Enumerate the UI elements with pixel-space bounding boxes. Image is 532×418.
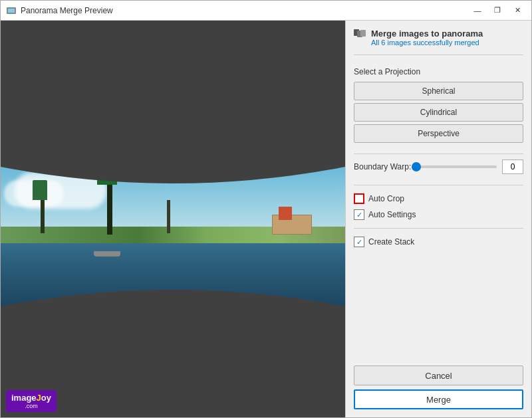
roof [279,207,292,220]
create-stack-checkbox[interactable]: ✓ [354,237,364,247]
slider-thumb[interactable] [412,162,421,171]
projection-buttons-group: Spherical Cylindrical Perspective [354,82,523,143]
divider-2 [354,154,523,154]
create-stack-label: Create Stack [368,237,414,247]
title-bar: Panorama Merge Preview — ❐ ✕ [1,1,531,21]
cancel-button[interactable]: Cancel [354,366,523,385]
divider-3 [354,185,523,185]
merge-subtitle: All 6 images successfully merged [371,39,483,47]
auto-settings-check: ✓ [356,211,362,219]
divider-1 [354,54,523,55]
boundary-warp-value: 0 [502,159,523,174]
windmill-1-top [33,180,47,200]
auto-crop-checkbox[interactable] [354,193,364,204]
title-bar-controls: — ❐ ✕ [469,3,526,18]
divider-4 [354,228,523,229]
merge-button[interactable]: Merge [354,389,523,409]
merge-images-icon [354,29,366,39]
preview-top-dark [1,21,345,167]
windmill-2-top [97,167,117,185]
auto-settings-row: ✓ Auto Settings [354,209,523,220]
logo: imageJoy .com [11,393,51,409]
logo-text: imageJoy [11,393,51,403]
select-projection-label: Select a Projection [354,67,523,76]
merge-icon [354,29,366,41]
buildings [272,215,312,235]
spherical-button[interactable]: Spherical [354,82,523,100]
boundary-warp-row: Boundary Warp: 0 [354,159,523,174]
minimize-button[interactable]: — [469,3,486,18]
svg-rect-4 [360,30,366,37]
content-area: imageJoy .com Merge images [1,21,531,417]
auto-crop-label: Auto Crop [368,194,404,203]
perspective-button[interactable]: Perspective [354,124,523,143]
logo-sub: .com [11,403,51,409]
right-panel: Merge images to panorama All 6 images su… [345,21,531,417]
auto-settings-label: Auto Settings [368,210,416,219]
boundary-warp-label: Boundary Warp: [354,162,411,171]
preview-bottom-dark: imageJoy .com [1,306,345,417]
window-title: Panorama Merge Preview [21,6,113,15]
merge-header: Merge images to panorama All 6 images su… [354,29,523,47]
windmill-3-body [167,200,170,233]
main-window: Panorama Merge Preview — ❐ ✕ [0,0,532,418]
app-icon [6,5,17,16]
windmill-1-body [41,197,45,233]
merge-text-area: Merge images to panorama All 6 images su… [371,29,483,47]
boat [94,251,120,257]
create-stack-check: ✓ [356,238,362,247]
svg-rect-1 [8,9,15,13]
close-button[interactable]: ✕ [509,3,526,18]
auto-settings-checkbox[interactable]: ✓ [354,209,364,220]
merge-title: Merge images to panorama [371,29,483,39]
restore-button[interactable]: ❐ [489,3,506,18]
create-stack-row: ✓ Create Stack [354,237,523,247]
panorama-image-area [1,167,345,306]
bottom-action-buttons: Cancel Merge [354,366,523,409]
windmill-2-body [107,181,112,235]
title-bar-left: Panorama Merge Preview [6,5,113,16]
cylindrical-button[interactable]: Cylindrical [354,103,523,122]
auto-crop-row: Auto Crop [354,193,523,204]
logo-area: imageJoy .com [6,390,57,412]
preview-panel: imageJoy .com [1,21,345,417]
boundary-warp-slider[interactable] [416,165,497,168]
